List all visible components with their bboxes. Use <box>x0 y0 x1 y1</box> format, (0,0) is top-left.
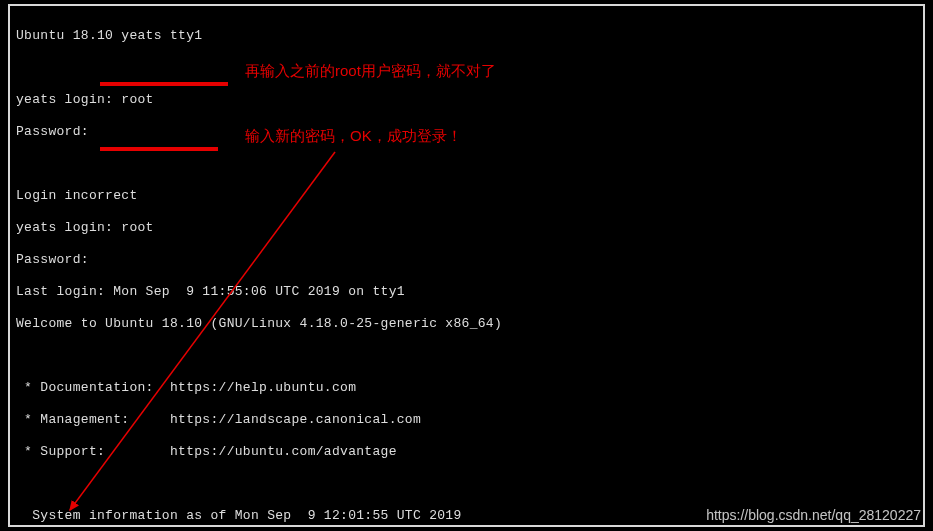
support-line: * Support: https://ubuntu.com/advantage <box>16 444 917 460</box>
welcome-line: Welcome to Ubuntu 18.10 (GNU/Linux 4.18.… <box>16 316 917 332</box>
password-prompt-1: Password: <box>16 124 917 140</box>
password-prompt-2: Password: <box>16 252 917 268</box>
annotation-2: 输入新的密码，OK，成功登录！ <box>245 127 462 146</box>
login-prompt-2: yeats login: root <box>16 220 917 236</box>
blank <box>16 476 917 492</box>
underline-mark-1 <box>100 82 228 86</box>
blank <box>16 348 917 364</box>
blank <box>16 156 917 172</box>
annotation-1: 再输入之前的root用户密码，就不对了 <box>245 62 496 81</box>
watermark-url: https://blog.csdn.net/qq_28120227 <box>706 507 921 523</box>
os-header: Ubuntu 18.10 yeats tty1 <box>16 28 917 44</box>
last-login: Last login: Mon Sep 9 11:55:06 UTC 2019 … <box>16 284 917 300</box>
docs-line: * Documentation: https://help.ubuntu.com <box>16 380 917 396</box>
terminal-output: Ubuntu 18.10 yeats tty1 yeats login: roo… <box>16 12 917 519</box>
login-prompt-1: yeats login: root <box>16 92 917 108</box>
login-incorrect: Login incorrect <box>16 188 917 204</box>
underline-mark-2 <box>100 147 218 151</box>
mgmt-line: * Management: https://landscape.canonica… <box>16 412 917 428</box>
